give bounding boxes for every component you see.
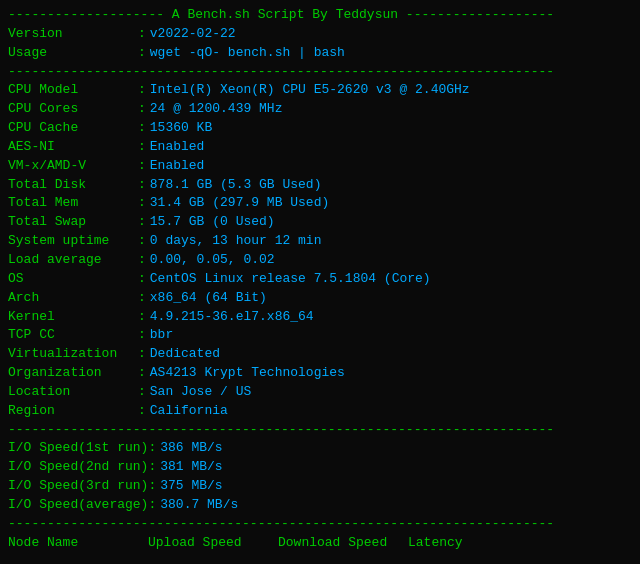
io-value: 381 MB/s	[160, 458, 222, 477]
sys-label: CPU Model	[8, 81, 138, 100]
io-value: 380.7 MB/s	[160, 496, 238, 515]
sys-value: 15360 KB	[150, 119, 212, 138]
sys-value: 878.1 GB (5.3 GB Used)	[150, 176, 322, 195]
system-row: VM-x/AMD-V : Enabled	[8, 157, 632, 176]
sys-value: AS4213 Krypt Technologies	[150, 364, 345, 383]
mid-separator: ----------------------------------------…	[8, 63, 632, 82]
sys-label: Kernel	[8, 308, 138, 327]
system-row: Location : San Jose / US	[8, 383, 632, 402]
sys-label: CPU Cache	[8, 119, 138, 138]
sys-label: OS	[8, 270, 138, 289]
system-row: Load average : 0.00, 0.05, 0.02	[8, 251, 632, 270]
sys-value: x86_64 (64 Bit)	[150, 289, 267, 308]
sys-value: Intel(R) Xeon(R) CPU E5-2620 v3 @ 2.40GH…	[150, 81, 470, 100]
sys-value: 15.7 GB (0 Used)	[150, 213, 275, 232]
sys-label: Load average	[8, 251, 138, 270]
system-row: Total Swap : 15.7 GB (0 Used)	[8, 213, 632, 232]
system-row: Arch : x86_64 (64 Bit)	[8, 289, 632, 308]
sys-value: 0 days, 13 hour 12 min	[150, 232, 322, 251]
sys-value: Enabled	[150, 157, 205, 176]
sys-value: CentOS Linux release 7.5.1804 (Core)	[150, 270, 431, 289]
system-row: Kernel : 4.9.215-36.el7.x86_64	[8, 308, 632, 327]
sys-label: Organization	[8, 364, 138, 383]
network-upload-header: Upload Speed	[148, 534, 278, 553]
sys-label: VM-x/AMD-V	[8, 157, 138, 176]
sys-value: bbr	[150, 326, 173, 345]
usage-row: Usage : wget -qO- bench.sh | bash	[8, 44, 632, 63]
io-row: I/O Speed(average) : 380.7 MB/s	[8, 496, 632, 515]
version-value: v2022-02-22	[150, 25, 236, 44]
io-value: 386 MB/s	[160, 439, 222, 458]
io-row: I/O Speed(2nd run) : 381 MB/s	[8, 458, 632, 477]
system-row: TCP CC : bbr	[8, 326, 632, 345]
sys-value: 0.00, 0.05, 0.02	[150, 251, 275, 270]
sys-label: System uptime	[8, 232, 138, 251]
top-separator: -------------------- A Bench.sh Script B…	[8, 6, 632, 25]
terminal-output: -------------------- A Bench.sh Script B…	[8, 6, 632, 552]
sys-label: CPU Cores	[8, 100, 138, 119]
system-row: Organization : AS4213 Krypt Technologies	[8, 364, 632, 383]
system-row: Region : California	[8, 402, 632, 421]
system-row: AES-NI : Enabled	[8, 138, 632, 157]
io-label: I/O Speed(1st run)	[8, 439, 148, 458]
system-row: CPU Cores : 24 @ 1200.439 MHz	[8, 100, 632, 119]
sys-value: Enabled	[150, 138, 205, 157]
sys-value: California	[150, 402, 228, 421]
system-info: CPU Model : Intel(R) Xeon(R) CPU E5-2620…	[8, 81, 632, 420]
network-latency-header: Latency	[408, 534, 508, 553]
version-label: Version	[8, 25, 138, 44]
system-row: Virtualization : Dedicated	[8, 345, 632, 364]
system-row: CPU Cache : 15360 KB	[8, 119, 632, 138]
system-row: CPU Model : Intel(R) Xeon(R) CPU E5-2620…	[8, 81, 632, 100]
io-label: I/O Speed(3rd run)	[8, 477, 148, 496]
io-label: I/O Speed(average)	[8, 496, 148, 515]
sys-label: AES-NI	[8, 138, 138, 157]
sys-value: San Jose / US	[150, 383, 251, 402]
sys-value: Dedicated	[150, 345, 220, 364]
io-separator: ----------------------------------------…	[8, 515, 632, 534]
sys-label: TCP CC	[8, 326, 138, 345]
sys-label: Arch	[8, 289, 138, 308]
sys-label: Location	[8, 383, 138, 402]
network-download-header: Download Speed	[278, 534, 408, 553]
version-row: Version : v2022-02-22	[8, 25, 632, 44]
io-info: I/O Speed(1st run) : 386 MB/sI/O Speed(2…	[8, 439, 632, 514]
network-header-row: Node Name Upload Speed Download Speed La…	[8, 534, 632, 553]
usage-value: wget -qO- bench.sh | bash	[150, 44, 345, 63]
io-value: 375 MB/s	[160, 477, 222, 496]
sys-value: 24 @ 1200.439 MHz	[150, 100, 283, 119]
sys-value: 31.4 GB (297.9 MB Used)	[150, 194, 329, 213]
io-row: I/O Speed(3rd run) : 375 MB/s	[8, 477, 632, 496]
sys-label: Total Mem	[8, 194, 138, 213]
io-row: I/O Speed(1st run) : 386 MB/s	[8, 439, 632, 458]
sys-label: Virtualization	[8, 345, 138, 364]
network-node-header: Node Name	[8, 534, 148, 553]
usage-label: Usage	[8, 44, 138, 63]
io-label: I/O Speed(2nd run)	[8, 458, 148, 477]
sys-label: Region	[8, 402, 138, 421]
sys-label: Total Swap	[8, 213, 138, 232]
system-row: System uptime : 0 days, 13 hour 12 min	[8, 232, 632, 251]
sys-label: Total Disk	[8, 176, 138, 195]
system-row: Total Mem : 31.4 GB (297.9 MB Used)	[8, 194, 632, 213]
system-row: Total Disk : 878.1 GB (5.3 GB Used)	[8, 176, 632, 195]
system-separator: ----------------------------------------…	[8, 421, 632, 440]
sys-value: 4.9.215-36.el7.x86_64	[150, 308, 314, 327]
system-row: OS : CentOS Linux release 7.5.1804 (Core…	[8, 270, 632, 289]
